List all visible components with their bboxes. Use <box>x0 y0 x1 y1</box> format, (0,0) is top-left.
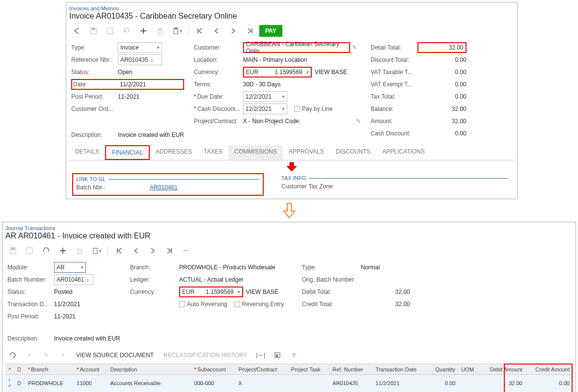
jdesc-label: Description: <box>7 335 54 342</box>
customer-input[interactable]: CARIBBEAN - Caribbean Secretary Onlin <box>243 42 350 53</box>
paybyline-checkbox[interactable] <box>294 106 300 112</box>
viewbase-button[interactable]: VIEW BASE <box>315 69 347 76</box>
edit-row-icon[interactable]: ✎ <box>39 349 54 362</box>
tab-financial[interactable]: FINANCIAL <box>105 145 150 160</box>
more-icon[interactable]: ⋯ <box>179 244 193 257</box>
search-icon[interactable]: ⌕ <box>150 57 154 63</box>
project-label: Project/Contract: <box>194 118 243 125</box>
refnbr-input[interactable]: AR010435⌕ <box>118 54 162 65</box>
invoice-title: Invoice AR010435 - Caribbean Secretary O… <box>69 12 514 21</box>
delete-icon[interactable] <box>72 244 87 257</box>
postperiod-value: 11-2021 <box>118 93 139 100</box>
tab-details[interactable]: DETAILS <box>69 145 105 160</box>
custtaxzone-label: Customer Tax Zone: <box>281 183 334 190</box>
breadcrumb-journal[interactable]: Journal Transactions <box>5 225 573 231</box>
type-label: Type: <box>71 44 118 51</box>
nav-next-icon[interactable] <box>145 244 160 257</box>
fit-icon[interactable]: |↔| <box>253 349 268 362</box>
origbatch-label: Orig. Batch Number: <box>302 276 361 283</box>
type-select[interactable]: Invoice▾ <box>118 42 162 53</box>
module-select[interactable]: AR▾ <box>54 262 86 273</box>
taxtotal-label: Tax Total: <box>371 93 417 100</box>
currency-input[interactable]: EUR1.1599569▾ <box>243 67 312 78</box>
duedate-input[interactable]: 12/2/2021▾ <box>243 91 287 102</box>
save-icon[interactable] <box>86 25 101 37</box>
nav-prev-icon[interactable] <box>209 25 224 37</box>
linktogl-header: LINK TO GL <box>76 176 106 182</box>
vattax-value: 0.00 <box>417 69 467 76</box>
saveclose-icon[interactable] <box>22 244 37 257</box>
nav-first-icon[interactable] <box>112 244 127 257</box>
vattax-label: VAT Taxable T... <box>371 69 417 76</box>
jdesc-value: Invoice created with EUR <box>54 335 120 342</box>
pencil-icon[interactable]: ✎ <box>352 44 357 51</box>
table-row[interactable]: › 𝄎🗋 PRODWHOLE11000Accounts Receivable 0… <box>5 375 573 392</box>
nav-last-icon[interactable] <box>162 244 177 257</box>
add-icon[interactable] <box>136 25 151 37</box>
svg-rect-1 <box>92 28 95 30</box>
tab-addresses[interactable]: ADDRESSES <box>150 145 198 160</box>
nav-first-icon[interactable] <box>193 25 207 37</box>
svg-rect-7 <box>11 248 14 250</box>
clipboard-icon[interactable]: ▾ <box>169 25 184 37</box>
saveclose-icon[interactable] <box>103 25 117 37</box>
viewsource-button[interactable]: VIEW SOURCE DOCUMENT <box>72 352 158 359</box>
reventry-checkbox[interactable] <box>234 301 240 307</box>
undo-icon[interactable] <box>39 244 54 257</box>
delete-icon[interactable] <box>153 25 167 37</box>
delete-row-icon[interactable]: × <box>55 349 70 362</box>
tab-discounts[interactable]: DISCOUNTS <box>330 145 377 160</box>
autorev-checkbox[interactable] <box>179 301 185 307</box>
pay-button[interactable]: PAY <box>259 25 282 37</box>
save-icon[interactable] <box>5 244 20 257</box>
status-value: Open <box>118 69 132 76</box>
duedate-label: *Due Date: <box>194 93 243 100</box>
arrow-down-red-icon <box>285 161 299 172</box>
upload-icon[interactable] <box>287 349 302 362</box>
nav-prev-icon[interactable] <box>129 244 143 257</box>
desc-label: Description: <box>71 131 118 138</box>
svg-rect-4 <box>174 28 178 34</box>
terms-label: Terms: <box>194 81 243 88</box>
add-row-icon[interactable]: + <box>22 349 37 362</box>
jcurrency-input[interactable]: EUR1.1599569▾ <box>179 287 243 297</box>
ledger-value: ACTUAL - Actual Ledger <box>179 276 244 283</box>
invoice-form: Type: Invoice▾ Reference Nbr.: AR010435⌕… <box>69 40 514 143</box>
autorev-label: Auto Reversing <box>187 301 227 308</box>
reclass-button[interactable]: RECLASSIFICATION HISTORY <box>160 352 251 359</box>
tab-applications[interactable]: APPLICATIONS <box>376 145 430 160</box>
jstatus-value: Posted <box>54 288 72 295</box>
batchnbr-link[interactable]: AR010461 <box>150 184 178 191</box>
breadcrumb-invoices[interactable]: Invoices and Memos <box>69 5 514 11</box>
undo-icon[interactable] <box>119 25 134 37</box>
ledger-label: Ledger: <box>130 276 179 283</box>
branch-label: Branch: <box>130 264 179 271</box>
cashdisc-input[interactable]: 12/2/2021▾ <box>243 104 287 114</box>
taxtotal-value: 0.00 <box>417 93 467 100</box>
svg-rect-2 <box>107 28 113 34</box>
taxinfo-header: TAX INFO <box>281 175 306 181</box>
location-value: MAIN - Primary Location <box>243 56 307 63</box>
invoice-panel: Invoices and Memos Invoice AR010435 - Ca… <box>66 2 518 199</box>
custord-label: Customer Ord... <box>71 105 118 112</box>
jviewbase-button[interactable]: VIEW BASE <box>246 288 278 295</box>
pencil-icon[interactable]: ✎ <box>356 118 361 125</box>
nav-last-icon[interactable] <box>243 25 257 37</box>
tab-approvals[interactable]: APPROVALS <box>283 145 330 160</box>
refresh-icon[interactable] <box>5 349 20 362</box>
refnbr-label: Reference Nbr.: <box>71 56 118 63</box>
grid-toolbar: + ✎ × VIEW SOURCE DOCUMENT RECLASSIFICAT… <box>5 347 573 364</box>
svg-rect-8 <box>27 248 32 254</box>
svg-rect-10 <box>93 248 97 254</box>
tab-taxes[interactable]: TAXES <box>198 145 228 160</box>
back-icon[interactable] <box>69 25 84 37</box>
nav-next-icon[interactable] <box>226 25 241 37</box>
vatexempt-value: 0.00 <box>417 81 467 88</box>
add-icon[interactable] <box>55 244 70 257</box>
clipboard-icon[interactable]: ▾ <box>89 244 104 257</box>
search-icon[interactable]: ⌕ <box>86 277 90 283</box>
detailtotal-label: Detail Total: <box>371 44 417 51</box>
tab-commissions[interactable]: COMMISSIONS <box>228 145 283 160</box>
batchnum-input[interactable]: AR010461⌕ <box>54 274 93 285</box>
export-icon[interactable]: x <box>270 349 285 362</box>
